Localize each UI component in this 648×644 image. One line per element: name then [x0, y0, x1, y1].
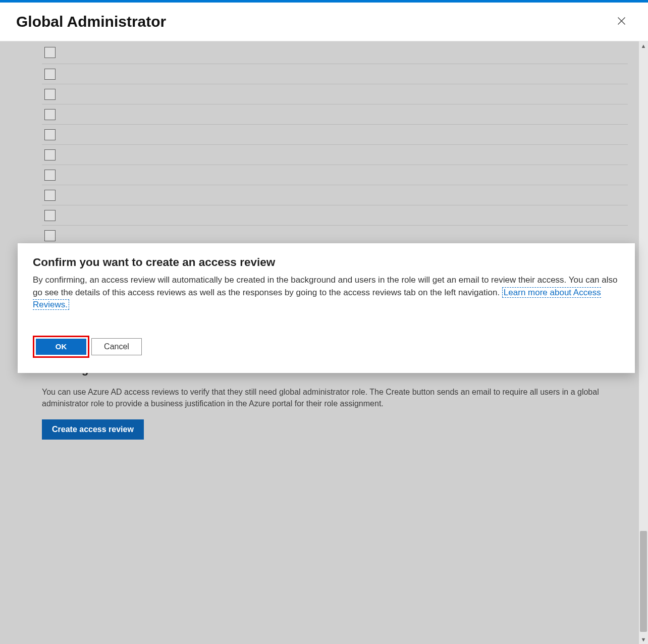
table-row [42, 165, 628, 185]
scrollbar-thumb[interactable] [640, 531, 647, 632]
row-checkbox[interactable] [44, 109, 56, 120]
create-access-review-button[interactable]: Create access review [42, 419, 144, 440]
confirm-dialog: Confirm you want to create an access rev… [18, 243, 635, 373]
scroll-up-arrow-icon[interactable]: ▲ [639, 41, 648, 50]
row-checkbox[interactable] [44, 89, 56, 100]
confirm-dialog-body: By confirming, an access review will aut… [33, 274, 620, 311]
table-row [42, 205, 628, 225]
row-checkbox[interactable] [44, 190, 56, 201]
panel-body: ▲ ▼ Make eligible Remove assignment Ask … [0, 41, 648, 644]
ask-review-description: You can use Azure AD access reviews to v… [42, 386, 628, 409]
table-row [42, 41, 628, 64]
table-row [42, 124, 628, 144]
row-checkbox[interactable] [44, 210, 56, 221]
scrollbar-track[interactable]: ▲ ▼ [639, 41, 648, 644]
page-title: Global Administrator [16, 13, 166, 30]
table-row [42, 225, 628, 245]
row-checkbox[interactable] [44, 170, 56, 181]
ok-button-highlight: OK [33, 336, 89, 358]
confirm-dialog-title: Confirm you want to create an access rev… [33, 256, 620, 269]
panel-header: Global Administrator [0, 3, 648, 41]
row-checkbox[interactable] [44, 230, 56, 241]
close-icon [616, 20, 627, 28]
row-checkbox[interactable] [44, 129, 56, 140]
close-button[interactable] [613, 13, 630, 31]
table-row [42, 144, 628, 165]
row-checkbox[interactable] [44, 47, 56, 58]
row-checkbox[interactable] [44, 69, 56, 80]
table-row [42, 84, 628, 104]
confirm-dialog-buttons: OK Cancel [33, 336, 620, 358]
table-row [42, 185, 628, 205]
table-row [42, 64, 628, 84]
ok-button[interactable]: OK [36, 339, 86, 355]
scroll-down-arrow-icon[interactable]: ▼ [639, 635, 648, 644]
row-checkbox[interactable] [44, 149, 56, 160]
cancel-button[interactable]: Cancel [91, 338, 142, 355]
content-area: Make eligible Remove assignment Ask all … [42, 41, 628, 440]
table-row [42, 104, 628, 124]
